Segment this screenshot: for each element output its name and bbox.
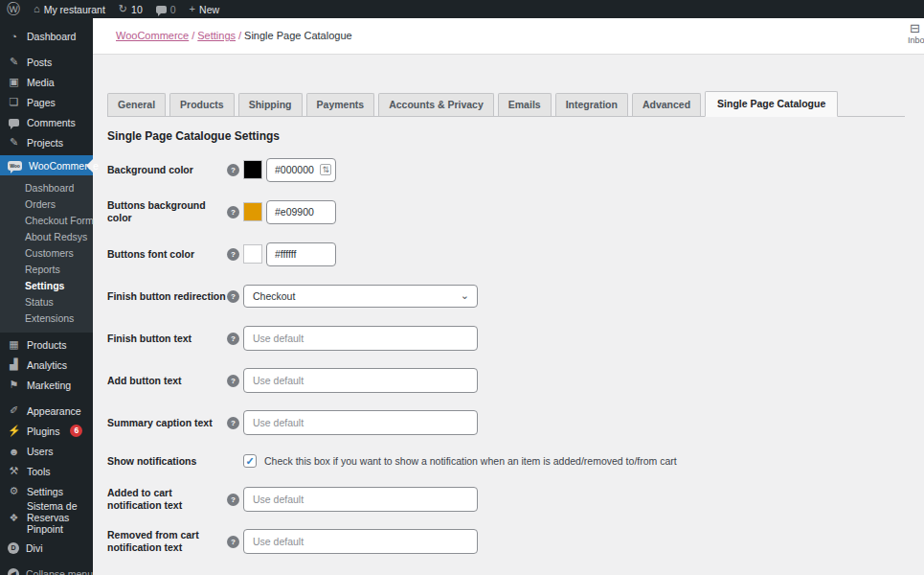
tab-integration[interactable]: Integration [555,93,628,116]
submenu-item-orders[interactable]: Orders [0,196,93,213]
buttons-font-color-input[interactable] [266,242,336,266]
main-area: WooCommerce/Settings/Single Page Catalog… [93,18,924,575]
settings-tabs: General Products Shipping Payments Accou… [107,91,905,117]
sidebar-item-sistema-reservas-pinpoint[interactable]: ❖ Sistema de Reservas Pinpoint [0,505,93,530]
sidebar-item-users[interactable]: ☻ Users [0,441,93,461]
sidebar-item-analytics[interactable]: ▟ Analytics [0,355,93,375]
tab-advanced[interactable]: Advanced [632,93,701,116]
sidebar-item-posts[interactable]: ✎ Posts [0,52,93,72]
woocommerce-header-bar: WooCommerce/Settings/Single Page Catalog… [93,18,924,55]
submenu-item-dashboard[interactable]: Dashboard [0,180,93,196]
sidebar-item-projects[interactable]: ✎ Projects [0,132,93,152]
sidebar-item-dashboard[interactable]: ◔ Dashboard [0,26,93,46]
posts-icon: ✎ [8,56,20,68]
field-label: Background color [107,164,227,176]
sidebar-item-pages[interactable]: ❏ Pages [0,92,93,112]
form-row-summary-caption-text: Summary caption text ? [107,402,905,444]
admin-bar: Ⓦ ⌂ My restaurant ↻ 10 0 + New [0,0,924,18]
sidebar-item-appearance[interactable]: ✐ Appearance [0,401,93,421]
woocommerce-submenu: Dashboard Orders Checkout Form About Red… [0,175,93,333]
field-label: Finish button redirection [107,290,227,303]
new-content-link[interactable]: + New [183,0,226,18]
pinpoint-icon: ❖ [8,512,20,524]
submenu-item-settings[interactable]: Settings [0,278,93,294]
stepper-icon[interactable]: ⇅ [320,164,331,175]
color-swatch[interactable] [243,244,262,264]
plugin-icon: ⚡ [8,425,20,437]
color-swatch[interactable] [243,160,262,179]
selected-option: Checkout [253,290,295,302]
help-icon[interactable]: ? [227,494,239,506]
sidebar-item-settings[interactable]: ⚙ Settings [0,481,93,501]
help-icon[interactable]: ? [227,417,239,429]
tab-accounts-privacy[interactable]: Accounts & Privacy [378,93,494,116]
tab-shipping[interactable]: Shipping [238,93,303,116]
form-row-added-to-cart-notification-text: Added to cart notification text ? [107,478,905,520]
tools-icon: ⚒ [8,465,20,477]
settings-content: General Products Shipping Payments Accou… [93,55,924,575]
finish-button-text-input[interactable] [243,326,478,351]
woocommerce-icon: Woo [8,161,22,171]
form-row-buttons-background-color: Buttons background color ? [107,191,905,233]
field-label: Buttons font color [107,248,227,261]
add-button-text-input[interactable] [243,368,478,393]
sidebar-item-media[interactable]: ▣ Media [0,72,93,92]
sidebar-item-plugins[interactable]: ⚡ Plugins 6 [0,421,93,441]
form-row-add-button-text: Add button text ? [107,359,905,402]
breadcrumb-woocommerce-link[interactable]: WooCommerce [116,30,189,41]
sidebar-item-marketing[interactable]: ⚑ Marketing [0,375,93,395]
gear-icon: ⚙ [8,485,20,497]
sidebar-item-tools[interactable]: ⚒ Tools [0,461,93,481]
sidebar-item-comments[interactable]: Comments [0,112,93,132]
updates-link[interactable]: ↻ 10 [112,0,149,18]
submenu-item-about-redsys[interactable]: About Redsys [0,229,93,245]
dashboard-icon: ◔ [8,31,20,42]
site-name-link[interactable]: ⌂ My restaurant [27,0,112,18]
comments-link[interactable]: 0 [149,0,183,18]
plugins-update-badge: 6 [70,425,82,437]
help-icon[interactable]: ? [227,375,239,387]
wordpress-menu[interactable]: Ⓦ [0,0,27,18]
chevron-down-icon: ⌄ [461,285,469,306]
sidebar-item-divi[interactable]: D Divi [0,538,93,558]
collapse-menu-button[interactable]: ◀ Collapse menu [0,564,93,575]
megaphone-icon: ⚑ [8,379,20,391]
submenu-item-status[interactable]: Status [0,294,93,310]
buttons-background-color-input[interactable] [266,200,336,224]
tab-payments[interactable]: Payments [306,93,375,116]
help-icon[interactable]: ? [227,206,239,218]
help-icon[interactable]: ? [227,333,239,345]
submenu-item-customers[interactable]: Customers [0,245,93,262]
summary-caption-text-input[interactable] [243,410,478,435]
help-icon[interactable]: ? [227,290,239,303]
pushpin-icon: ✎ [8,136,20,149]
removed-from-cart-notification-text-input[interactable] [243,529,478,554]
page-title: Single Page Catalogue Settings [107,117,905,149]
show-notifications-checkbox[interactable]: ✓ [243,454,257,468]
help-icon[interactable]: ? [227,248,239,261]
field-label: Summary caption text [107,417,227,429]
inbox-activity-button[interactable]: ⊟ Inbox [908,22,924,45]
breadcrumb: WooCommerce/Settings/Single Page Catalog… [116,30,352,41]
finish-button-redirection-select[interactable]: Checkout ⌄ [243,285,478,308]
sidebar-item-products[interactable]: ▦ Products [0,334,93,355]
tab-products[interactable]: Products [169,93,235,116]
form-row-finish-button-redirection: Finish button redirection ? Checkout ⌄ [107,275,905,317]
help-icon[interactable]: ? [227,164,239,176]
pages-icon: ❏ [8,96,20,108]
color-swatch[interactable] [243,202,262,221]
help-icon[interactable]: ? [227,536,239,548]
tab-emails[interactable]: Emails [498,93,552,116]
collapse-arrow-icon: ◀ [8,568,19,575]
submenu-item-checkout-form[interactable]: Checkout Form [0,213,93,229]
tab-general[interactable]: General [107,93,166,116]
submenu-item-extensions[interactable]: Extensions [0,310,93,327]
sidebar-item-woocommerce[interactable]: Woo WooCommerce [0,155,93,175]
form-row-finish-button-text: Finish button text ? [107,317,905,359]
tab-single-page-catalogue[interactable]: Single Page Catalogue [705,91,838,117]
inbox-label: Inbox [908,35,924,45]
breadcrumb-settings-link[interactable]: Settings [197,30,236,41]
added-to-cart-notification-text-input[interactable] [243,487,478,512]
submenu-item-reports[interactable]: Reports [0,262,93,278]
form-row-removed-from-cart-notification-text: Removed from cart notification text ? [107,520,905,563]
